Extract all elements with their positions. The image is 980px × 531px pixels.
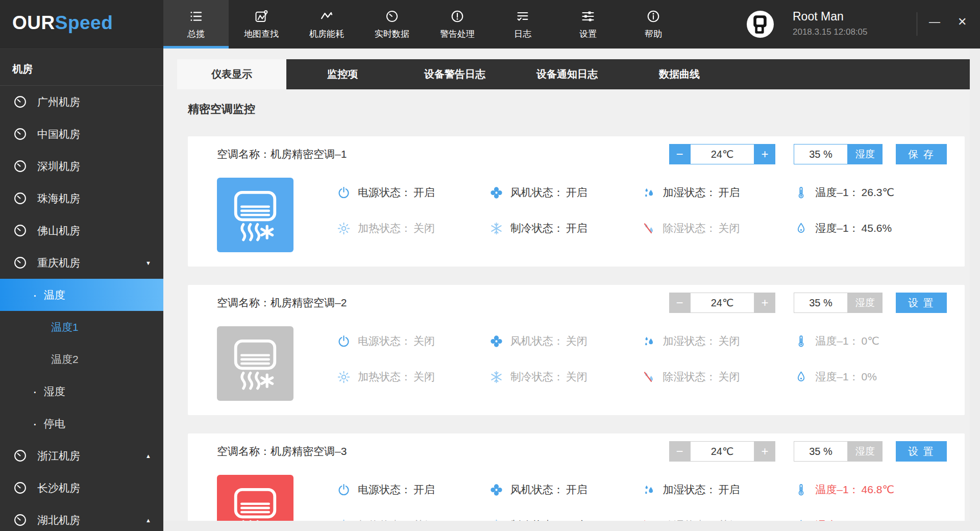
sidebar-item-humidity[interactable]: ·湿度 — [0, 375, 163, 407]
sidebar-item-shenzhen[interactable]: 深圳机房 — [0, 150, 163, 182]
sidebar-item-guangzhou[interactable]: 广州机房 — [0, 86, 163, 118]
temp-plus-button[interactable]: + — [754, 144, 775, 164]
status-value: 46.8℃ — [862, 484, 894, 496]
sidebar-item-temperature-1[interactable]: 温度1 — [0, 311, 163, 343]
card-header: 空调名称：机房精密空调–3−24℃+35 %湿度设 置 — [188, 433, 965, 462]
tab-device-alert-log[interactable]: 设备警告日志 — [399, 59, 511, 89]
humidity-group: 35 %湿度 — [794, 144, 883, 164]
power-icon — [337, 483, 351, 497]
status-label: 加湿状态： — [663, 482, 717, 497]
humidity-setpoint-field[interactable]: 35 % — [794, 293, 848, 313]
temp-minus-button[interactable]: − — [669, 293, 690, 313]
status-label: 风机状态： — [510, 185, 564, 200]
humidify-icon — [642, 483, 656, 497]
fan-icon — [489, 334, 503, 348]
status-grid: 电源状态：开启风机状态：开启加湿状态：开启温度–1：26.3℃加热状态：关闭制冷… — [337, 178, 947, 252]
status-humidify: 加湿状态：关闭 — [642, 333, 795, 349]
nav-item-realtime-data[interactable]: 实时数据 — [359, 0, 425, 49]
status-power: 电源状态：开启 — [337, 185, 489, 200]
sidebar-item-chongqing[interactable]: 重庆机房▼ — [0, 247, 163, 279]
status-thermometer: 温度–1：0℃ — [794, 333, 947, 349]
humidity-group: 35 %湿度 — [794, 293, 883, 313]
top-nav: 总揽地图查找机房能耗实时数据警告处理日志设置帮助 — [163, 0, 686, 49]
temp-setpoint-field[interactable]: 24℃ — [690, 293, 754, 313]
status-label: 加湿状态： — [663, 334, 717, 348]
thermometer-icon — [794, 334, 808, 348]
user-avatar[interactable] — [747, 11, 774, 38]
action-button[interactable]: 保 存 — [896, 144, 947, 164]
tab-monitor-items[interactable]: 监控项 — [286, 59, 399, 89]
sidebar-item-label: 温度1 — [51, 320, 79, 334]
status-value: 关闭 — [413, 334, 435, 348]
humidity-button[interactable]: 湿度 — [848, 441, 883, 462]
status-label: 加热状态： — [358, 370, 411, 384]
tab-gauge-display[interactable]: 仪表显示 — [177, 59, 286, 89]
horizontal-scrollbar[interactable] — [163, 521, 980, 531]
status-value: 开启 — [413, 482, 435, 497]
action-button[interactable]: 设 置 — [896, 441, 947, 462]
card-header: 空调名称：机房精密空调–1−24℃+35 %湿度保 存 — [188, 136, 965, 164]
nav-item-settings[interactable]: 设置 — [555, 0, 621, 49]
sidebar-item-changsha[interactable]: 长沙机房 — [0, 472, 163, 504]
sidebar-item-power-outage[interactable]: ·停电 — [0, 407, 163, 440]
nav-item-room-energy[interactable]: 机房能耗 — [294, 0, 359, 49]
fan-icon — [489, 186, 503, 200]
nav-item-label: 实时数据 — [375, 28, 409, 40]
status-value: 开启 — [413, 185, 435, 200]
close-button[interactable]: ✕ — [958, 15, 967, 29]
sidebar-item-temperature-2[interactable]: 温度2 — [0, 343, 163, 375]
sidebar-item-label: 湿度 — [44, 384, 65, 399]
humidity-setpoint-field[interactable]: 35 % — [794, 144, 848, 164]
sidebar-item-temperature[interactable]: ·温度 — [0, 279, 163, 311]
nav-item-map-search[interactable]: 地图查找 — [229, 0, 294, 49]
sidebar-item-zhuhai[interactable]: 珠海机房 — [0, 182, 163, 214]
temp-plus-button[interactable]: + — [754, 293, 775, 313]
sidebar-item-hubei[interactable]: 湖北机房▲ — [0, 504, 163, 531]
nav-item-label: 警告处理 — [440, 28, 475, 40]
sidebar-item-label: 温度 — [44, 288, 65, 302]
sidebar-item-foshan[interactable]: 佛山机房 — [0, 214, 163, 247]
list-icon — [189, 9, 203, 23]
vertical-scrollbar[interactable] — [970, 49, 980, 521]
sidebar-item-zhejiang[interactable]: 浙江机房▲ — [0, 440, 163, 472]
tab-device-notice-log[interactable]: 设备通知日志 — [511, 59, 623, 89]
minimize-button[interactable]: — — [929, 15, 940, 29]
sidebar-item-label: 佛山机房 — [37, 224, 80, 238]
humidity-setpoint-field[interactable]: 35 % — [794, 441, 848, 462]
temp-plus-button[interactable]: + — [754, 441, 775, 462]
temp-setpoint-field[interactable]: 24℃ — [690, 441, 754, 462]
sidebar-item-label: 珠海机房 — [37, 191, 80, 206]
tab-row: 仪表显示监控项设备警告日志设备通知日志数据曲线 — [177, 59, 970, 89]
sidebar-item-label: 湖北机房 — [37, 513, 80, 527]
nav-item-overview[interactable]: 总揽 — [163, 0, 229, 49]
temp-setpoint-field[interactable]: 24℃ — [690, 144, 754, 164]
sidebar-item-label: 中国机房 — [37, 127, 80, 141]
status-power: 电源状态：关闭 — [337, 333, 489, 349]
temp-minus-button[interactable]: − — [669, 441, 690, 462]
humidity-button[interactable]: 湿度 — [848, 144, 883, 164]
bullet-dot: · — [33, 385, 37, 398]
nav-item-help[interactable]: 帮助 — [621, 0, 686, 49]
status-value: 关闭 — [719, 370, 740, 384]
status-humidity-drop: 湿度–1：45.6% — [794, 221, 947, 236]
status-thermometer: 温度–1：26.3℃ — [794, 185, 947, 200]
app-logo: OURSpeed — [12, 12, 113, 34]
status-power: 电源状态：开启 — [337, 482, 489, 497]
humidity-button[interactable]: 湿度 — [848, 293, 883, 313]
status-label: 温度–1： — [815, 334, 859, 348]
status-label: 电源状态： — [358, 334, 411, 348]
action-button[interactable]: 设 置 — [896, 293, 947, 313]
status-value: 26.3℃ — [862, 186, 894, 199]
help-icon — [646, 9, 660, 23]
humidity-drop-icon — [794, 370, 808, 384]
status-label: 除湿状态： — [663, 221, 717, 235]
nav-item-alert-handling[interactable]: 警告处理 — [425, 0, 490, 49]
tab-strip: 监控项设备警告日志设备通知日志数据曲线 — [286, 59, 970, 89]
sidebar-item-zhongguo[interactable]: 中国机房 — [0, 118, 163, 150]
heat-icon — [337, 370, 351, 384]
status-value: 0% — [862, 371, 877, 383]
temp-minus-button[interactable]: − — [669, 144, 690, 164]
page-title: 精密空调监控 — [188, 102, 970, 117]
tab-data-curve[interactable]: 数据曲线 — [623, 59, 736, 89]
nav-item-logs[interactable]: 日志 — [490, 0, 555, 49]
